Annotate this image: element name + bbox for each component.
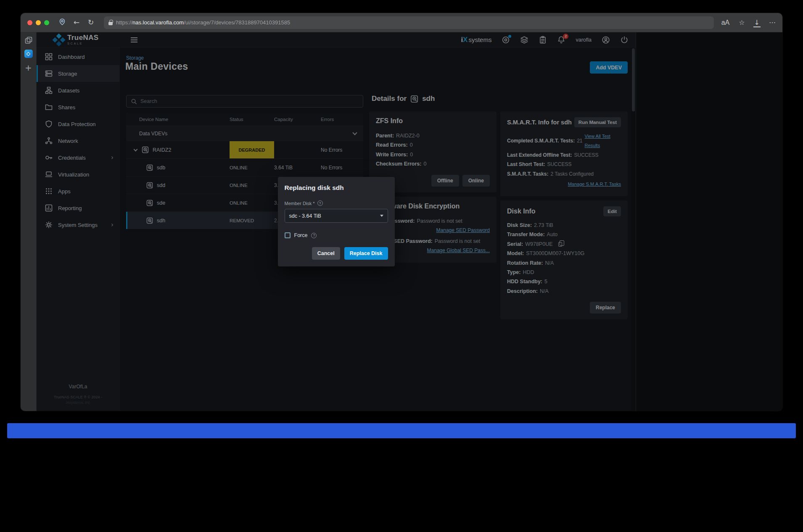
desktop-accent-strip [7, 423, 796, 438]
zoom-button[interactable] [44, 20, 49, 25]
bookmark-star-button[interactable]: ☆ [739, 18, 745, 26]
help-icon[interactable]: ? [311, 233, 317, 238]
tab-overview-icon[interactable] [25, 37, 32, 44]
minimize-button[interactable] [36, 20, 41, 25]
field-label-text: Member Disk * [285, 201, 315, 206]
truenas-favicon-mark [26, 52, 31, 56]
replace-disk-dialog: Replacing disk sdh Member Disk * ? sdc -… [278, 177, 395, 266]
member-disk-select[interactable]: sdc - 3.64 TiB [285, 209, 388, 223]
url-path: /ui/storage/7/devices/783188970410391585 [184, 19, 290, 26]
pinned-tab-favicon[interactable] [24, 50, 33, 58]
more-options-button[interactable]: ⋯ [769, 18, 776, 26]
location-pin-icon[interactable] [57, 18, 68, 27]
dialog-title: Replacing disk sdh [285, 184, 388, 192]
dropdown-caret-icon [380, 215, 383, 217]
back-button[interactable]: ← [71, 19, 82, 26]
text-size-button[interactable]: aA [721, 19, 730, 26]
toolbar-actions: aA ☆ ↓ ⋯ [721, 18, 776, 26]
browser-window: ← ↻ https://nas.local.varofla.com/ui/sto… [21, 13, 782, 411]
browser-tab-strip: + [21, 32, 37, 411]
member-disk-label: Member Disk * ? [285, 200, 388, 206]
reload-button[interactable]: ↻ [85, 19, 96, 26]
url-domain: nas.local.varofla.com [132, 19, 184, 26]
replace-disk-button[interactable]: Replace Disk [344, 247, 388, 260]
close-button[interactable] [27, 20, 32, 25]
help-icon[interactable]: ? [317, 200, 323, 206]
cancel-button[interactable]: Cancel [312, 247, 340, 260]
url-scheme: https:// [116, 19, 132, 26]
downloads-button[interactable]: ↓ [754, 18, 760, 26]
browser-toolbar: ← ↻ https://nas.local.varofla.com/ui/sto… [21, 13, 782, 32]
force-option-row: Force ? [285, 232, 388, 238]
browser-side-area [636, 32, 782, 411]
lock-icon [108, 22, 113, 25]
window-controls [27, 20, 49, 25]
modal-backdrop: Replacing disk sdh Member Disk * ? sdc -… [37, 32, 636, 411]
url-bar[interactable]: https://nas.local.varofla.com/ui/storage… [104, 16, 714, 29]
force-label: Force [294, 232, 308, 238]
force-checkbox[interactable] [285, 232, 291, 238]
page-url: https://nas.local.varofla.com/ui/storage… [116, 19, 290, 26]
new-tab-button[interactable]: + [25, 63, 32, 72]
truenas-app: TrueNAS SCALE iXsystems [37, 32, 636, 411]
selected-option: sdc - 3.64 TiB [289, 213, 321, 219]
